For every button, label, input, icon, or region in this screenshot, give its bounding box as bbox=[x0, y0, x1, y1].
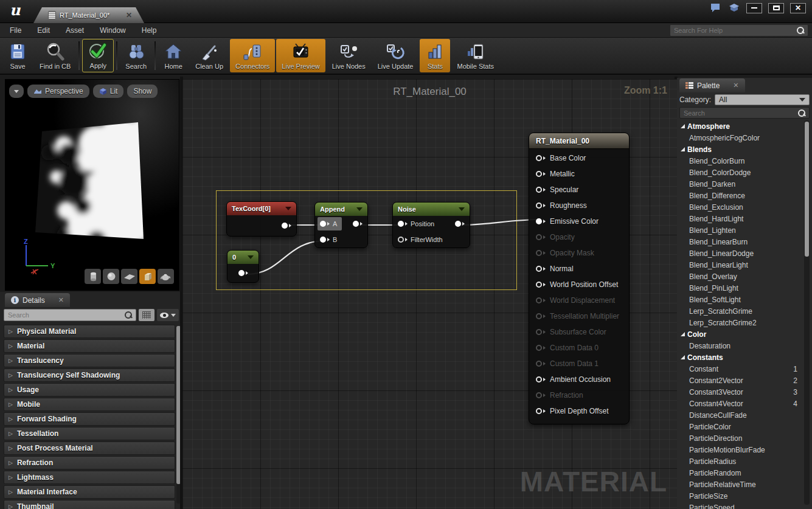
details-search-box[interactable] bbox=[4, 309, 136, 321]
append-input-b-pin[interactable] bbox=[320, 237, 326, 243]
texcoord-output-pin[interactable] bbox=[282, 223, 288, 229]
node-noise[interactable]: Noise Position FilterWidth bbox=[392, 202, 470, 248]
disclosure-triangle-icon[interactable]: ▷ bbox=[9, 416, 13, 422]
noise-input-position-pin[interactable] bbox=[398, 221, 404, 227]
palette-entry[interactable]: Blend_HardLight bbox=[679, 213, 802, 224]
material-graph-canvas[interactable]: RT_Material_00 Zoom 1:1 MATERIAL TexCoor… bbox=[182, 79, 677, 509]
node-texcoord[interactable]: TexCoord[0] bbox=[226, 201, 297, 237]
details-category-row[interactable]: ▷ Tessellation bbox=[4, 427, 175, 440]
search-button[interactable]: Search bbox=[120, 39, 152, 72]
material-input-pin[interactable]: Opacity bbox=[529, 229, 629, 245]
preview-shape-cylinder-button[interactable] bbox=[85, 269, 101, 284]
palette-entry[interactable]: Atmosphere bbox=[679, 120, 802, 132]
pin-circle[interactable] bbox=[536, 361, 542, 367]
apply-button[interactable]: Apply bbox=[82, 39, 114, 72]
tutorial-icon[interactable] bbox=[728, 2, 740, 13]
details-category-row[interactable]: ▷ Translucency Self Shadowing bbox=[4, 369, 175, 382]
material-input-pin[interactable]: Subsurface Color bbox=[529, 324, 629, 340]
details-tab[interactable]: i Details ✕ bbox=[5, 293, 70, 307]
palette-entry[interactable]: Blend_Overlay bbox=[679, 271, 802, 282]
preview-shape-teapot-button[interactable] bbox=[158, 269, 174, 284]
node-append-header[interactable]: Append bbox=[315, 203, 367, 216]
pin-circle[interactable] bbox=[536, 345, 542, 351]
pin-circle[interactable] bbox=[536, 297, 542, 303]
disclosure-triangle-icon[interactable]: ▷ bbox=[9, 445, 13, 451]
palette-entry[interactable]: ParticleSize bbox=[679, 490, 802, 502]
material-input-pin[interactable]: Custom Data 0 bbox=[529, 340, 629, 356]
asset-tab[interactable]: RT_Material_00* ✕ bbox=[33, 7, 144, 23]
pin-circle[interactable] bbox=[536, 218, 542, 224]
disclosure-triangle-icon[interactable]: ▷ bbox=[9, 401, 13, 407]
expanded-triangle-icon[interactable] bbox=[681, 355, 685, 359]
palette-entry[interactable]: Blend_ColorBurn bbox=[679, 155, 802, 167]
details-category-row[interactable]: ▷ Thumbnail bbox=[4, 500, 175, 509]
details-category-row[interactable]: ▷ Material Interface bbox=[4, 485, 175, 499]
palette-entry[interactable]: Blend_Difference bbox=[679, 190, 802, 201]
details-category-row[interactable]: ▷ Translucency bbox=[4, 354, 175, 367]
pin-circle[interactable] bbox=[536, 392, 542, 398]
palette-entry[interactable]: Blend_SoftLight bbox=[679, 294, 802, 305]
live-update-toggle-button[interactable]: Live Update bbox=[372, 39, 419, 72]
palette-entry[interactable]: ParticleColor bbox=[679, 421, 802, 432]
material-input-pin[interactable]: Base Color bbox=[529, 150, 629, 166]
chevron-down-icon[interactable] bbox=[356, 207, 363, 211]
palette-entry[interactable]: AtmosphericFogColor bbox=[679, 132, 802, 144]
details-category-row[interactable]: ▷ Refraction bbox=[4, 456, 175, 469]
disclosure-triangle-icon[interactable]: ▷ bbox=[9, 460, 13, 466]
noise-output-pin[interactable] bbox=[455, 221, 461, 227]
palette-entry[interactable]: Blend_LinearBurn bbox=[679, 236, 802, 248]
pin-circle[interactable] bbox=[536, 282, 542, 288]
live-nodes-toggle-button[interactable]: Live Nodes bbox=[327, 39, 371, 72]
material-input-pin[interactable]: Normal bbox=[529, 261, 629, 277]
palette-entry[interactable]: Blend_Exclusion bbox=[679, 201, 802, 213]
palette-scrollbar[interactable] bbox=[804, 120, 810, 505]
palette-entry[interactable]: Blend_PinLight bbox=[679, 282, 802, 294]
menu-help[interactable]: Help bbox=[142, 26, 157, 35]
material-node-title[interactable]: RT_Material_00 bbox=[529, 133, 629, 149]
disclosure-triangle-icon[interactable]: ▷ bbox=[9, 489, 13, 495]
pin-circle[interactable] bbox=[536, 155, 542, 161]
disclosure-triangle-icon[interactable]: ▷ bbox=[9, 387, 13, 393]
palette-entry[interactable]: Constant2Vector 2 bbox=[679, 375, 802, 386]
palette-entry[interactable]: Desaturation bbox=[679, 340, 802, 351]
menu-file[interactable]: File bbox=[10, 26, 21, 35]
chevron-down-icon[interactable] bbox=[248, 255, 254, 259]
clean-up-button[interactable]: Clean Up bbox=[190, 39, 229, 72]
palette-entry[interactable]: Blend_LinearDodge bbox=[679, 248, 802, 259]
details-category-row[interactable]: ▷ Physical Material bbox=[4, 325, 175, 338]
minimize-button[interactable] bbox=[746, 3, 762, 13]
disclosure-triangle-icon[interactable]: ▷ bbox=[9, 328, 13, 334]
mobile-stats-toggle-button[interactable]: Mobile Stats bbox=[451, 39, 499, 72]
material-input-pin[interactable]: Roughness bbox=[529, 198, 629, 213]
palette-entry[interactable]: Color bbox=[679, 328, 802, 340]
material-input-pin[interactable]: Opacity Mask bbox=[529, 245, 629, 261]
preview-shape-plane-button[interactable] bbox=[121, 269, 137, 284]
pin-circle[interactable] bbox=[536, 329, 542, 335]
stats-toggle-button[interactable]: Stats bbox=[420, 39, 450, 72]
material-input-pin[interactable]: Refraction bbox=[529, 387, 629, 403]
material-input-pin[interactable]: Ambient Occlusion bbox=[529, 372, 629, 387]
category-dropdown[interactable]: All bbox=[715, 94, 810, 105]
live-preview-toggle-button[interactable]: Live Preview bbox=[276, 39, 325, 72]
node-constant-header[interactable]: 0 bbox=[227, 251, 259, 264]
connectors-toggle-button[interactable]: Connectors bbox=[230, 39, 275, 72]
material-input-pin[interactable]: Pixel Depth Offset bbox=[529, 403, 629, 419]
palette-entry[interactable]: ParticleSpeed bbox=[679, 502, 802, 509]
disclosure-triangle-icon[interactable]: ▷ bbox=[9, 372, 13, 378]
disclosure-triangle-icon[interactable]: ▷ bbox=[9, 343, 13, 349]
append-output-pin[interactable] bbox=[353, 221, 359, 227]
details-search-input[interactable] bbox=[4, 311, 125, 319]
pin-circle[interactable] bbox=[536, 376, 542, 383]
palette-entry[interactable]: ParticleDirection bbox=[679, 432, 802, 444]
palette-entry[interactable]: Blend_Darken bbox=[679, 178, 802, 190]
palette-entry[interactable]: DistanceCullFade bbox=[679, 409, 802, 421]
append-input-a-pin[interactable] bbox=[320, 221, 326, 227]
material-input-pin[interactable]: Custom Data 1 bbox=[529, 356, 629, 372]
tab-close-icon[interactable]: ✕ bbox=[126, 11, 132, 19]
material-input-pin[interactable]: World Position Offset bbox=[529, 277, 629, 293]
palette-close-icon[interactable]: ✕ bbox=[733, 81, 738, 89]
pin-circle[interactable] bbox=[536, 234, 542, 240]
palette-entry[interactable]: Constants bbox=[679, 351, 802, 363]
pin-circle[interactable] bbox=[536, 408, 542, 414]
feedback-icon[interactable] bbox=[710, 2, 722, 13]
